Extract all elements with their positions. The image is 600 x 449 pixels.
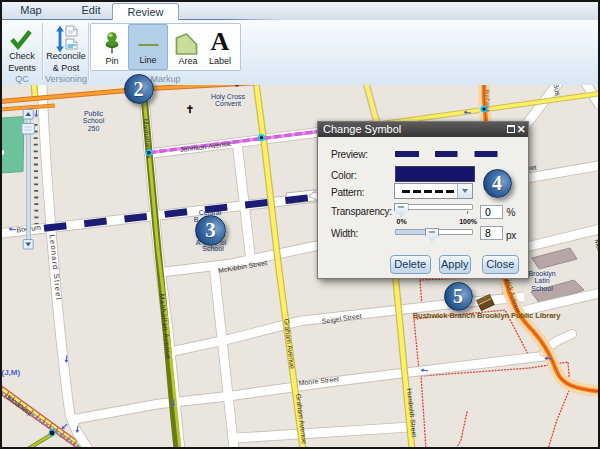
svg-text:Latin: Latin [534,277,549,284]
svg-text:✝: ✝ [186,104,195,115]
svg-text:Bushwick Branch Brooklyn Publi: Bushwick Branch Brooklyn Public Library [413,311,561,320]
svg-text:Public: Public [84,110,104,117]
svg-text:Convent: Convent [215,100,241,107]
svg-text:Bushwick: Bushwick [485,89,492,113]
svg-text:(J,M): (J,M) [2,368,21,377]
svg-text:250: 250 [88,125,100,132]
svg-text:School: School [83,117,105,124]
svg-text:School: School [531,285,553,292]
